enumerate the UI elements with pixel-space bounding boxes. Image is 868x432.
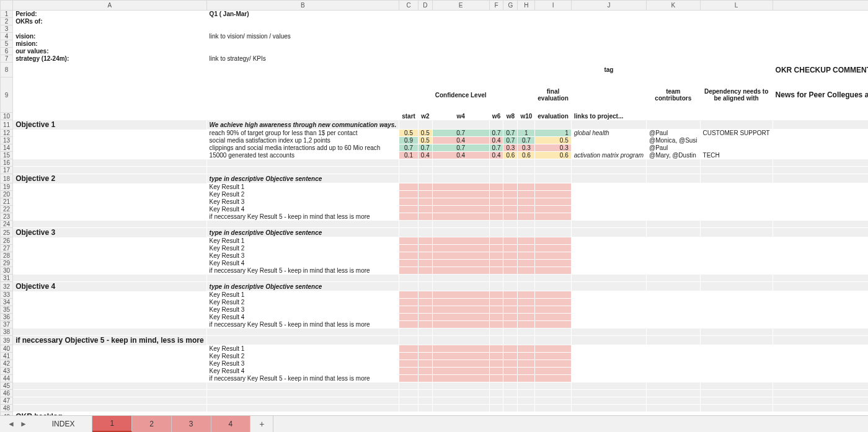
cell-H11[interactable] [518,120,535,130]
cell-K31[interactable] [647,275,701,282]
cell-D36[interactable] [418,314,432,321]
cell-A30[interactable] [13,267,206,275]
cell-D38[interactable] [418,328,432,336]
cell-A4[interactable]: vision: [13,33,206,40]
cell-A12[interactable] [13,130,206,137]
cell-G28[interactable] [503,252,518,260]
cell-C42[interactable] [399,360,418,368]
cell-H3[interactable] [518,25,535,33]
cell-D39[interactable] [418,336,432,345]
cell-G29[interactable] [503,260,518,267]
cell-I28[interactable] [535,252,571,260]
cell-G33[interactable] [503,291,518,299]
cell-H23[interactable] [518,213,535,221]
row-header-5[interactable]: 5 [1,40,13,48]
cell-B38[interactable] [206,328,399,336]
row-header-29[interactable]: 29 [1,260,13,267]
row-header-25[interactable]: 25 [1,228,13,237]
cell-L26[interactable] [700,237,773,245]
cell-M12[interactable] [773,130,868,137]
cell-C25[interactable] [399,228,418,237]
cell-C21[interactable] [399,198,418,206]
cell-A19[interactable] [13,183,206,191]
cell-G35[interactable] [503,306,518,314]
cell-J42[interactable] [571,360,646,368]
cell-A40[interactable] [13,345,206,353]
cell-G44[interactable] [503,375,518,382]
cell-H24[interactable] [518,221,535,228]
cell-C29[interactable] [399,260,418,267]
cell-H27[interactable] [518,245,535,252]
cell-F4[interactable] [489,33,503,40]
cell-K5[interactable] [647,40,701,48]
cell-F44[interactable] [489,375,503,382]
cell-C22[interactable] [399,206,418,213]
cell-F13[interactable]: 0.4 [489,137,503,144]
cell-H33[interactable] [518,291,535,299]
cell-A1[interactable]: Period: [13,11,206,18]
cell-G31[interactable] [503,275,518,282]
cell-I13[interactable]: 0.5 [535,137,571,144]
cell-I36[interactable] [535,314,571,321]
cell-F28[interactable] [489,252,503,260]
cell-J31[interactable] [571,275,646,282]
cell-G4[interactable] [503,33,518,40]
cell-I38[interactable] [535,328,571,336]
cell-I35[interactable] [535,306,571,314]
cell-F46[interactable] [489,390,503,397]
cell-A41[interactable] [13,353,206,360]
cell-J9[interactable] [571,77,646,113]
cell-M8[interactable]: OKR CHECKUP COMMENTS (overwrite old comm… [773,63,868,77]
cell-K4[interactable] [647,33,701,40]
column-header-L[interactable]: L [700,1,773,11]
cell-F38[interactable] [489,328,503,336]
cell-M45[interactable] [773,382,868,390]
column-header-J[interactable]: J [571,1,646,11]
cell-E48[interactable] [432,405,489,412]
row-header-28[interactable]: 28 [1,252,13,260]
cell-M31[interactable] [773,275,868,282]
cell-D27[interactable] [418,245,432,252]
cell-G22[interactable] [503,206,518,213]
cell-A10[interactable] [13,113,206,120]
cell-L35[interactable] [700,306,773,314]
cell-I24[interactable] [535,221,571,228]
cell-J44[interactable] [571,375,646,382]
cell-L45[interactable] [700,382,773,390]
cell-I22[interactable] [535,206,571,213]
cell-F1[interactable] [489,11,503,18]
cell-I5[interactable] [535,40,571,48]
cell-J32[interactable] [571,282,646,291]
cell-I14[interactable]: 0.3 [535,144,571,152]
cell-K28[interactable] [647,252,701,260]
cell-D17[interactable] [418,167,432,174]
cell-B32[interactable]: type in descriptive Objective sentence [206,282,399,291]
cell-C16[interactable] [399,159,418,167]
cell-K36[interactable] [647,314,701,321]
cell-G43[interactable] [503,368,518,375]
cell-E10[interactable]: w4 [432,113,489,120]
cell-L5[interactable] [700,40,773,48]
cell-M11[interactable] [773,120,868,130]
cell-C37[interactable] [399,321,418,328]
cell-A18[interactable]: Objective 2 [13,174,206,183]
cell-F31[interactable] [489,275,503,282]
cell-G16[interactable] [503,159,518,167]
cell-C23[interactable] [399,213,418,221]
cell-K32[interactable] [647,282,701,291]
cell-J45[interactable] [571,382,646,390]
cell-J14[interactable] [571,144,646,152]
cell-A11[interactable]: Objective 1 [13,120,206,130]
cell-C32[interactable] [399,282,418,291]
cell-B44[interactable]: if neccessary Key Result 5 - keep in min… [206,375,399,382]
row-header-40[interactable]: 40 [1,345,13,353]
cell-G41[interactable] [503,353,518,360]
cell-A7[interactable]: strategy (12-24m): [13,55,206,63]
cell-H47[interactable] [518,397,535,405]
cell-K46[interactable] [647,390,701,397]
cell-K15[interactable]: @Mary, @Dustin [647,152,701,159]
cell-D37[interactable] [418,321,432,328]
cell-B11[interactable]: We achieve high awareness through new co… [206,120,399,130]
cell-E17[interactable] [432,167,489,174]
cell-I25[interactable] [535,228,571,237]
